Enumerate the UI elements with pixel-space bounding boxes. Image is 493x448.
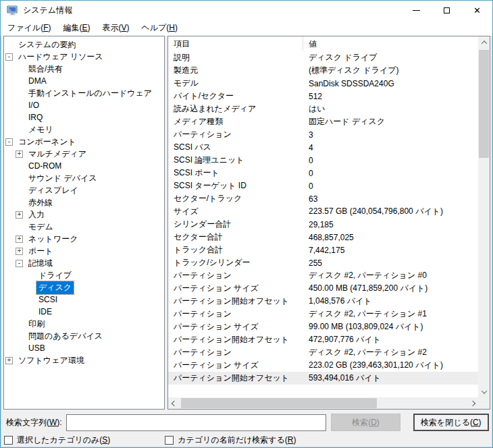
- expander-icon[interactable]: +: [16, 248, 23, 255]
- row-item-cell: SCSI バス: [168, 142, 303, 153]
- menu-item[interactable]: ファイル(F): [1, 20, 57, 36]
- tree-item[interactable]: DMA: [4, 75, 164, 87]
- row-value-cell: 512: [303, 92, 478, 101]
- row-value-cell: 472,907,776 バイト: [303, 334, 478, 345]
- expander-icon[interactable]: +: [16, 211, 23, 219]
- title-bar: システム情報 ✕: [1, 1, 492, 20]
- search-input[interactable]: [66, 414, 327, 431]
- caption-buttons: ✕: [401, 1, 492, 20]
- menu-bar: ファイル(F) 編集(E) 表示(V) ヘルプ(H): [1, 20, 492, 36]
- tree-item[interactable]: ディスク: [4, 281, 164, 293]
- table-row[interactable]: パーティション開始オフセット 593,494,016 バイト: [168, 372, 478, 385]
- table-row[interactable]: SCSI ポート 0: [168, 167, 478, 179]
- tree-item[interactable]: - ハードウェア リソース: [4, 51, 164, 63]
- expander-icon[interactable]: +: [16, 235, 23, 243]
- table-row[interactable]: パーティション サイズ 450.00 MB (471,859,200 バイト): [168, 282, 478, 295]
- vertical-scrollbar-thumb[interactable]: [479, 50, 489, 158]
- category-names-only-label[interactable]: カテゴリの名前だけ検索する(R): [178, 435, 296, 446]
- row-item-cell: パーティション開始オフセット: [168, 372, 303, 384]
- expander-icon[interactable]: +: [16, 150, 23, 158]
- details-header: 項目 値: [168, 36, 478, 51]
- tree-item[interactable]: 問題のあるデバイス: [4, 330, 164, 342]
- row-value-cell: SanDisk SDSSDA240G: [303, 79, 478, 88]
- table-row[interactable]: サイズ 223.57 GB (240,054,796,800 バイト): [168, 205, 478, 218]
- tree-item[interactable]: ドライブ: [4, 269, 164, 281]
- tree-item[interactable]: SCSI: [4, 293, 164, 306]
- scroll-up-button[interactable]: [478, 36, 490, 48]
- tree-item[interactable]: + ネットワーク: [4, 233, 164, 245]
- table-row[interactable]: パーティション サイズ 99.00 MB (103,809,024 バイト): [168, 320, 478, 333]
- table-row[interactable]: セクター/トラック 63: [168, 192, 478, 205]
- vertical-scrollbar[interactable]: [478, 36, 490, 397]
- table-row[interactable]: パーティション サイズ 223.02 GB (239,463,301,120 バ…: [168, 359, 478, 372]
- tree-item[interactable]: + マルチメディア: [4, 148, 164, 160]
- tree-item[interactable]: CD-ROM: [4, 160, 164, 172]
- tree-item[interactable]: + ポート: [4, 245, 164, 257]
- tree-item[interactable]: 赤外線: [4, 196, 164, 208]
- tree-item[interactable]: - コンポーネント: [4, 136, 164, 148]
- tree-item[interactable]: メモリ: [4, 123, 164, 136]
- tree-item[interactable]: 手動インストールのハードウェア: [4, 87, 164, 99]
- expander-icon[interactable]: -: [5, 138, 13, 146]
- table-row[interactable]: 説明 ディスク ドライブ: [168, 51, 478, 64]
- menu-item[interactable]: ヘルプ(H): [136, 20, 184, 36]
- row-value-cell: 1,048,576 バイト: [303, 296, 478, 307]
- tree-item[interactable]: IRQ: [4, 111, 164, 123]
- close-search-button[interactable]: 検索を閉じる(C): [413, 414, 489, 431]
- table-row[interactable]: 製造元 (標準ディスク ドライブ): [168, 64, 478, 77]
- horizontal-scrollbar[interactable]: [168, 397, 478, 409]
- tree-item[interactable]: - 記憶域: [4, 257, 164, 269]
- row-value-cell: 223.57 GB (240,054,796,800 バイト): [303, 206, 478, 217]
- table-row[interactable]: SCSI 論理ユニット 0: [168, 154, 478, 167]
- maximize-button[interactable]: [432, 1, 462, 20]
- table-row[interactable]: パーティション ディスク #2, パーティション #2: [168, 346, 478, 359]
- tree-item[interactable]: I/O: [4, 99, 164, 111]
- column-header-value[interactable]: 値: [303, 38, 478, 50]
- tree-item[interactable]: 競合/共有: [4, 63, 164, 75]
- expander-icon[interactable]: +: [5, 357, 13, 364]
- row-item-cell: セクター/トラック: [168, 193, 303, 204]
- table-row[interactable]: トラック/シリンダー 255: [168, 256, 478, 269]
- expander-icon[interactable]: -: [16, 260, 23, 267]
- tree-item[interactable]: モデム: [4, 221, 164, 233]
- table-row[interactable]: モデル SanDisk SDSSDA240G: [168, 77, 478, 90]
- table-row[interactable]: セクター合計 468,857,025: [168, 231, 478, 244]
- only-selected-category-checkbox[interactable]: [4, 436, 13, 445]
- only-selected-category-label[interactable]: 選択したカテゴリのみ(S): [17, 435, 110, 446]
- scroll-right-button[interactable]: [467, 397, 478, 409]
- table-row[interactable]: パーティション開始オフセット 1,048,576 バイト: [168, 295, 478, 308]
- table-row[interactable]: バイト/セクター 512: [168, 90, 478, 103]
- expander-icon[interactable]: -: [5, 53, 13, 61]
- table-row[interactable]: メディア種類 固定ハード ディスク: [168, 115, 478, 128]
- table-row[interactable]: シリンダー合計 29,185: [168, 218, 478, 231]
- close-button[interactable]: ✕: [462, 1, 492, 20]
- table-row[interactable]: SCSI ターゲット ID 0: [168, 179, 478, 192]
- table-row[interactable]: トラック合計 7,442,175: [168, 244, 478, 256]
- table-row[interactable]: パーティション ディスク #2, パーティション #1: [168, 308, 478, 320]
- scroll-left-button[interactable]: [168, 397, 180, 409]
- tree-item[interactable]: USB: [4, 342, 164, 354]
- horizontal-scrollbar-thumb[interactable]: [181, 398, 377, 408]
- table-row[interactable]: パーティション 3: [168, 128, 478, 141]
- category-names-only-checkbox[interactable]: [165, 436, 174, 445]
- scroll-down-button[interactable]: [478, 386, 490, 397]
- table-row[interactable]: パーティション開始オフセット 472,907,776 バイト: [168, 333, 478, 346]
- row-value-cell: 468,857,025: [303, 233, 478, 242]
- tree-item[interactable]: 印刷: [4, 318, 164, 330]
- row-item-cell: パーティション サイズ: [168, 283, 303, 294]
- table-row[interactable]: 読み込まれたメディア はい: [168, 103, 478, 115]
- tree-item[interactable]: ディスプレイ: [4, 184, 164, 196]
- tree-item[interactable]: + 入力: [4, 208, 164, 221]
- tree-item-label: ネットワーク: [26, 233, 80, 246]
- table-row[interactable]: パーティション ディスク #2, パーティション #0: [168, 269, 478, 282]
- tree-item[interactable]: システムの要約: [4, 38, 164, 51]
- chevron-left-icon: [171, 400, 176, 405]
- tree-item[interactable]: サウンド デバイス: [4, 172, 164, 184]
- minimize-button[interactable]: [401, 1, 432, 20]
- column-header-item[interactable]: 項目: [168, 36, 303, 51]
- table-row[interactable]: SCSI バス 4: [168, 141, 478, 154]
- menu-item[interactable]: 表示(V): [96, 20, 135, 36]
- tree-item[interactable]: IDE: [4, 306, 164, 318]
- tree-item[interactable]: + ソフトウェア環境: [4, 354, 164, 366]
- menu-item[interactable]: 編集(E): [57, 20, 96, 36]
